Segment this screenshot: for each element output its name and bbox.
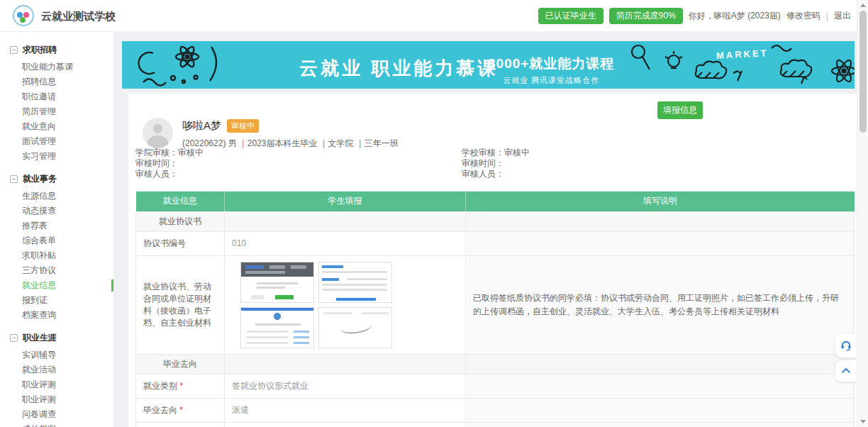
review-status-badge: 审核中 — [227, 119, 259, 133]
student-value-cell: 派遣 — [225, 398, 466, 422]
attachment-thumbnail-agreement-form-screenshot[interactable] — [240, 262, 314, 303]
sidebar-item-报到证[interactable]: 报到证 — [0, 293, 113, 308]
name-row: 哆啦A梦 审核中 — [182, 119, 259, 133]
table-row: 毕业去向 *派遣 — [136, 398, 855, 422]
column-header: 学生填报 — [225, 192, 466, 211]
sidebar-item-实习管理[interactable]: 实习管理 — [0, 149, 113, 164]
student-value-cell — [225, 255, 466, 354]
sidebar-item-职业评测[interactable]: 职业评测 — [0, 392, 113, 407]
note-cell — [466, 374, 855, 398]
collapse-box-icon — [10, 334, 18, 342]
student-value: 签就业协议形式就业 — [232, 381, 308, 391]
employment-info-table: 就业信息学生填报填写说明 就业协议书协议书编号010就业协议书、劳动合同或单位证… — [135, 192, 855, 427]
school-name: 云就业测试学校 — [41, 10, 116, 23]
sidebar-item-招聘信息[interactable]: 招聘信息 — [0, 74, 113, 89]
row-label-cell: 毕业去向 — [136, 354, 225, 374]
audit-info-line: 审核人员： — [462, 169, 530, 179]
sidebar-item-就业信息[interactable]: 就业信息 — [0, 278, 113, 293]
row-label: 就业协议书 — [159, 216, 201, 226]
note-cell — [466, 422, 855, 427]
sidebar-item-就业意向[interactable]: 就业意向 — [0, 119, 113, 134]
student-value-cell — [225, 211, 466, 231]
banner-doodle-right-icon — [618, 41, 855, 89]
sidebar-item-实训辅导[interactable]: 实训辅导 — [0, 348, 113, 362]
sidebar-item-动态摸查[interactable]: 动态摸查 — [0, 204, 113, 218]
banner-course-block: 8000+就业能力课程 云就业 腾讯课堂战略合作 — [488, 55, 614, 86]
column-header: 就业信息 — [136, 192, 225, 211]
required-asterisk: * — [177, 381, 183, 391]
sidebar-item-职位邀请[interactable]: 职位邀请 — [0, 89, 113, 104]
banner-title: 云就业 职业能力慕课 — [299, 56, 499, 81]
required-asterisk: * — [177, 405, 183, 415]
column-header: 填写说明 — [466, 192, 855, 211]
greeting-text: 你好，哆啦A梦 (2023届) — [689, 10, 781, 22]
customer-service-button[interactable] — [835, 333, 857, 357]
headset-icon — [840, 339, 852, 352]
main-content: 云就业 职业能力慕课 8000+就业能力课程 云就业 腾讯课堂战略合作 — [113, 32, 857, 427]
content-card: 填报信息 哆啦A梦 审核中 (20220622) 男 ｜2023届本科生毕业 ｜… — [128, 94, 857, 427]
note-cell — [466, 231, 855, 255]
sidebar-item-生源信息[interactable]: 生源信息 — [0, 189, 113, 204]
sidebar-section-1[interactable]: 就业事务 — [0, 170, 113, 189]
header-divider: | — [826, 11, 828, 21]
resume-completion-badge[interactable]: 简历完成度90% — [609, 8, 683, 24]
header-right: 已认证毕业生 简历完成度90% 你好，哆啦A梦 (2023届) 修改密码 | 退… — [538, 0, 851, 32]
sidebar-item-成长档案[interactable]: 成长档案 — [0, 422, 113, 427]
change-password-link[interactable]: 修改密码 — [786, 10, 820, 22]
banner-subtitle: 8000+就业能力课程 — [488, 55, 614, 73]
attachment-thumbnail-registration-form-screenshot[interactable] — [318, 262, 392, 303]
audit-left: 学院审核：审核中审核时间：审核人员： — [135, 148, 204, 179]
sidebar-item-就业活动[interactable]: 就业活动 — [0, 362, 113, 377]
audit-info-line: 学校审核：审核中 — [462, 148, 530, 158]
logout-link[interactable]: 退出 — [834, 10, 851, 22]
collapse-box-icon — [10, 175, 18, 183]
attachment-thumbnail-portal-page-screenshot[interactable] — [240, 307, 314, 348]
row-label: 协议书编号 — [143, 238, 186, 248]
row-label: 毕业去向 — [163, 359, 197, 369]
sidebar-item-问卷调查[interactable]: 问卷调查 — [0, 407, 113, 422]
student-details: (20220622) 男 ｜2023届本科生毕业 ｜文学院 ｜三年一班 — [182, 138, 399, 150]
sidebar-item-简历管理[interactable]: 简历管理 — [0, 104, 113, 119]
sidebar-item-推荐表[interactable]: 推荐表 — [0, 218, 113, 233]
note-cell — [466, 354, 855, 374]
note-cell — [466, 398, 855, 422]
mooc-banner[interactable]: 云就业 职业能力慕课 8000+就业能力课程 云就业 腾讯课堂战略合作 — [122, 41, 855, 89]
table-body: 就业协议书协议书编号010就业协议书、劳动合同或单位证明材料（接收函）电子档、自… — [136, 211, 855, 427]
avatar — [143, 118, 173, 148]
sidebar-section-2[interactable]: 职业生涯 — [0, 328, 113, 348]
row-label: 就业类别 — [143, 381, 177, 391]
sidebar-section-title: 就业事务 — [23, 173, 57, 185]
audit-right: 学校审核：审核中审核时间：审核人员： — [462, 148, 530, 179]
sidebar-section-0[interactable]: 求职招聘 — [0, 40, 113, 60]
sidebar-item-档案查询[interactable]: 档案查询 — [0, 308, 113, 323]
student-value: 派遣 — [232, 405, 249, 415]
sidebar-item-面试管理[interactable]: 面试管理 — [0, 134, 113, 149]
student-value-cell: ! — [225, 422, 466, 427]
fill-info-button[interactable]: 填报信息 — [657, 101, 703, 119]
attachment-thumbnail-signature-document-screenshot[interactable] — [318, 307, 392, 348]
row-label-cell: 毕业去向 * — [136, 398, 225, 422]
student-value-cell: 签就业协议形式就业 — [225, 374, 466, 398]
scrollbar-thumb[interactable] — [859, 11, 867, 133]
banner-doodle-left-icon — [128, 41, 277, 89]
table-row: 就业协议书、劳动合同或单位证明材料（接收函）电子档、自主创业材料已取得签纸质协议… — [136, 255, 855, 354]
sidebar-item-职业评测[interactable]: 职业评测 — [0, 377, 113, 392]
sidebar-section-title: 职业生涯 — [23, 332, 57, 344]
table-header-row: 就业信息学生填报填写说明 — [136, 192, 855, 211]
sidebar-item-职业能力慕课[interactable]: 职业能力慕课 — [0, 60, 113, 74]
scrollbar-down-arrow[interactable] — [857, 417, 868, 427]
table-row: 就业协议书 — [136, 211, 855, 231]
row-label-cell: 就业类别 * — [136, 374, 225, 398]
back-to-top-button[interactable] — [835, 360, 857, 382]
sidebar-item-求职补贴[interactable]: 求职补贴 — [0, 248, 113, 263]
scrollbar — [857, 0, 868, 427]
page: { "header": { "school_name": "云就业测试学校", … — [0, 0, 868, 427]
table-row: 毕业去向 — [136, 354, 855, 374]
sidebar-item-三方协议[interactable]: 三方协议 — [0, 263, 113, 278]
student-value-cell: 010 — [225, 231, 466, 255]
collapse-box-icon — [10, 46, 18, 54]
sidebar-item-综合表单[interactable]: 综合表单 — [0, 233, 113, 248]
scrollbar-up-arrow[interactable] — [857, 0, 868, 10]
audit-info-line: 审核人员： — [135, 169, 204, 179]
row-label-cell: 就业协议书 — [136, 211, 225, 231]
